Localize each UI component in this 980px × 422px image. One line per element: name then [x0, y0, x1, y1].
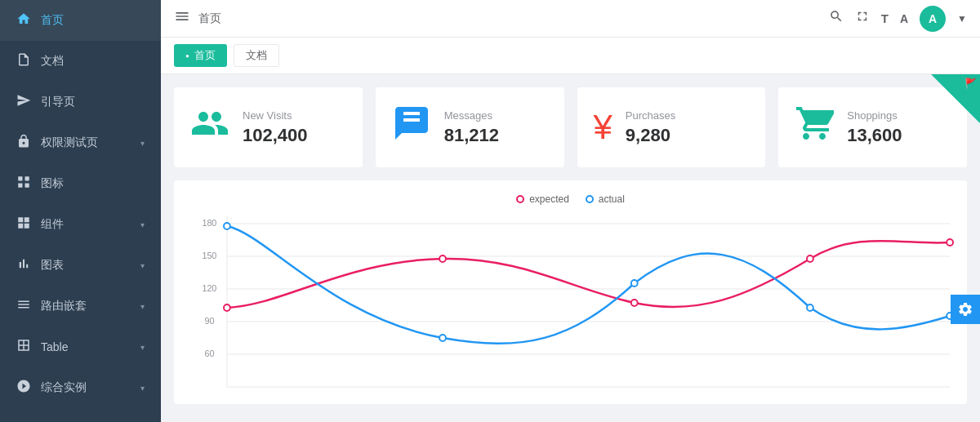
search-icon[interactable]	[829, 9, 844, 28]
sidebar-item-label: 引导页	[41, 95, 75, 109]
chevron-icon: ▾	[140, 343, 145, 352]
stat-label: New Visits	[243, 109, 308, 122]
actual-dot	[586, 195, 594, 203]
stats-row: New Visits 102,400 Messages 81,212 ¥ Pur…	[174, 87, 967, 167]
home-icon	[16, 11, 31, 29]
stat-value: 9,280	[626, 125, 675, 146]
svg-text:180: 180	[202, 218, 216, 228]
expected-label: expected	[529, 193, 569, 205]
header-title: 首页	[198, 11, 221, 26]
sidebar-item-label: 文档	[41, 54, 64, 69]
stat-value: 13,600	[847, 125, 902, 146]
expected-dot	[516, 195, 524, 203]
components-icon	[16, 215, 31, 233]
purchases-icon: ¥	[594, 108, 612, 147]
sidebar-item-guide[interactable]: 引导页	[0, 82, 161, 122]
stat-info-messages: Messages 81,212	[444, 109, 499, 146]
legend-actual: actual	[586, 193, 625, 205]
svg-rect-1	[25, 176, 29, 180]
stat-card-purchases: ¥ Purchases 9,280	[577, 87, 766, 167]
shoppings-icon	[795, 104, 834, 151]
sidebar-item-label: 综合实例	[41, 380, 87, 395]
chevron-icon: ▾	[140, 384, 145, 393]
svg-point-22	[439, 335, 446, 341]
svg-point-17	[439, 255, 446, 262]
avatar-text: A	[929, 12, 937, 25]
svg-rect-3	[25, 184, 29, 188]
sidebar-item-label: Table	[41, 340, 68, 353]
chevron-icon: ▾	[140, 220, 145, 229]
docs-icon	[16, 52, 31, 70]
router-icon	[16, 297, 31, 315]
svg-text:90: 90	[204, 316, 214, 326]
stat-label: Shoppings	[847, 109, 902, 122]
sidebar-item-docs[interactable]: 文档	[0, 41, 161, 82]
sidebar-item-components[interactable]: 组件 ▾	[0, 204, 161, 245]
table-icon	[16, 338, 31, 356]
sidebar-item-icon[interactable]: 图标	[0, 163, 161, 204]
svg-point-20	[947, 239, 953, 246]
sidebar-item-home[interactable]: 首页	[0, 0, 161, 41]
stat-value: 102,400	[243, 125, 308, 146]
examples-icon	[16, 379, 31, 397]
sidebar-item-charts[interactable]: 图表 ▾	[0, 245, 161, 286]
corner-icon: 🚩	[964, 78, 977, 89]
lock-icon	[16, 134, 31, 152]
svg-text:60: 60	[204, 349, 214, 358]
stat-label: Purchases	[626, 109, 675, 122]
sidebar-item-table[interactable]: Table ▾	[0, 326, 161, 367]
breadcrumb-tab-docs[interactable]: 文档	[234, 44, 279, 67]
tab-label: 首页	[194, 48, 216, 63]
sidebar-item-examples[interactable]: 综合实例 ▾	[0, 367, 161, 408]
stat-card-messages: Messages 81,212	[376, 87, 564, 167]
sidebar-item-label: 图标	[41, 176, 64, 191]
sidebar-item-router[interactable]: 路由嵌套 ▾	[0, 286, 161, 326]
stat-info-shoppings: Shoppings 13,600	[847, 109, 902, 146]
sidebar-item-permission[interactable]: 权限测试页 ▾	[0, 122, 161, 163]
chevron-icon: ▾	[140, 302, 145, 311]
chart-card: expected actual 180 150 120 90 60	[174, 180, 967, 404]
text-size-icon[interactable]: T	[881, 11, 889, 25]
header: 首页 T A A ▼	[161, 0, 980, 38]
chart-legend: expected actual	[187, 193, 954, 205]
fullscreen-icon[interactable]	[855, 9, 870, 28]
icon-icon	[16, 175, 31, 193]
sidebar-item-label: 权限测试页	[41, 135, 98, 150]
messages-icon	[392, 104, 431, 151]
svg-rect-0	[18, 176, 22, 180]
charts-icon	[16, 256, 31, 274]
menu-icon[interactable]	[174, 8, 190, 29]
chart-container: 180 150 120 90 60	[187, 211, 954, 391]
svg-point-19	[807, 255, 813, 262]
settings-button[interactable]	[951, 295, 980, 324]
tab-label: 文档	[246, 48, 267, 63]
legend-expected: expected	[516, 193, 569, 205]
svg-rect-2	[18, 184, 22, 188]
lang-icon[interactable]: A	[900, 12, 908, 25]
chevron-icon: ▾	[140, 261, 145, 270]
stat-info-purchases: Purchases 9,280	[626, 109, 675, 146]
guide-icon	[16, 93, 31, 111]
sidebar-item-label: 组件	[41, 217, 64, 232]
header-left: 首页	[174, 8, 221, 29]
svg-point-21	[224, 223, 230, 229]
svg-point-23	[631, 280, 638, 287]
sidebar-item-label: 路由嵌套	[41, 299, 87, 313]
svg-point-18	[631, 300, 638, 306]
stat-label: Messages	[444, 109, 499, 122]
dropdown-icon[interactable]: ▼	[957, 13, 967, 24]
sidebar-item-label: 首页	[41, 13, 64, 28]
chart-svg: 180 150 120 90 60	[187, 211, 954, 391]
stat-card-shoppings: Shoppings 13,600	[778, 87, 967, 167]
sidebar: 首页 文档 引导页 权限测试页 ▾ 图标 组件 ▾ 图表	[0, 0, 161, 422]
svg-point-16	[224, 304, 230, 311]
sidebar-item-label: 图表	[41, 258, 64, 273]
avatar[interactable]: A	[920, 6, 946, 32]
breadcrumb-bar: 首页 文档	[161, 38, 980, 74]
svg-text:120: 120	[202, 283, 216, 293]
new-visits-icon	[190, 104, 229, 151]
svg-text:150: 150	[202, 251, 216, 260]
content-area: 🚩 New Visits 102,400 Messages	[161, 74, 980, 422]
stat-value: 81,212	[444, 125, 499, 146]
breadcrumb-tab-home[interactable]: 首页	[174, 44, 227, 67]
